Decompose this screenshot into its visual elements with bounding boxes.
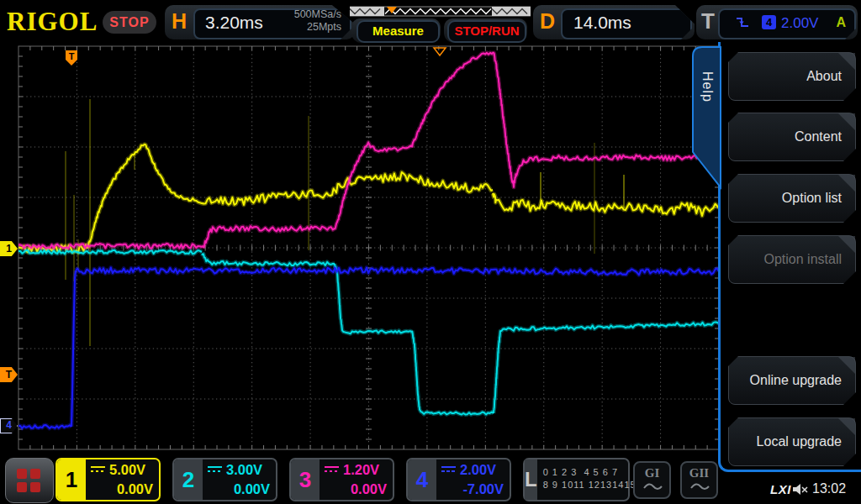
- channel-1-number: 1: [57, 459, 86, 500]
- channel-2-number: 2: [174, 459, 203, 500]
- channel-2-scale: 3.00V: [226, 462, 262, 478]
- dc-coupling-icon: [441, 466, 456, 475]
- svg-text:T: T: [69, 51, 75, 61]
- logic-label: L: [525, 459, 537, 500]
- menu-button-option-list[interactable]: Option list: [728, 174, 856, 223]
- help-tab-label: Help: [700, 71, 715, 92]
- menu-button-about[interactable]: About: [728, 52, 856, 101]
- grid-icon: [17, 469, 27, 479]
- dc-coupling-icon: [325, 466, 339, 475]
- logic-analyzer-box[interactable]: L 0 1 2 3 4 5 6 78 9 1011 12131415: [523, 458, 630, 501]
- help-tab[interactable]: [690, 46, 721, 191]
- lxi-logo: LXI: [770, 482, 791, 496]
- generator-1-button[interactable]: GI: [633, 461, 671, 499]
- channel-4-scale: 2.00V: [460, 462, 496, 478]
- channel-3-offset: 0.00V: [351, 481, 387, 497]
- channel-box-3[interactable]: 3 1.20V 0.00V: [289, 458, 394, 501]
- menu-button-online-upgrade[interactable]: Online upgrade: [728, 356, 856, 405]
- channel-2-offset: 0.00V: [234, 481, 270, 497]
- menu-button-option-install[interactable]: Option install: [728, 235, 856, 284]
- channel-box-1[interactable]: 1 5.00V 0.00V: [55, 458, 161, 501]
- menu-button-local-upgrade[interactable]: Local upgrade: [728, 417, 856, 466]
- channel-4-offset: -7.00V: [462, 481, 504, 497]
- channel-1-offset: 0.00V: [117, 481, 153, 497]
- channel-3-number: 3: [291, 459, 320, 500]
- sine-icon: [642, 481, 663, 491]
- oscilloscope-screen: RIGOL STOP H 3.20ms 500MSa/s 25Mpts Meas…: [0, 0, 861, 504]
- channel-4-number: 4: [408, 459, 436, 500]
- logic-channel-numbers: 0 1 2 3 4 5 6 78 9 1011 12131415: [537, 459, 637, 500]
- sine-icon: [689, 481, 710, 491]
- generator-2-button[interactable]: GII: [680, 461, 718, 499]
- clock: 13:02: [812, 481, 846, 496]
- dc-coupling-icon: [91, 466, 105, 475]
- channel-3-scale: 1.20V: [343, 462, 379, 478]
- grid-menu-button[interactable]: [5, 458, 54, 503]
- channel-1-scale: 5.00V: [109, 462, 145, 478]
- channel-box-4[interactable]: 4 2.00V -7.00V: [406, 458, 511, 501]
- speaker-muted-icon[interactable]: [792, 483, 809, 496]
- channel-box-2[interactable]: 2 3.00V 0.00V: [172, 458, 277, 501]
- dc-coupling-icon: [208, 466, 222, 475]
- menu-button-content[interactable]: Content: [728, 113, 856, 161]
